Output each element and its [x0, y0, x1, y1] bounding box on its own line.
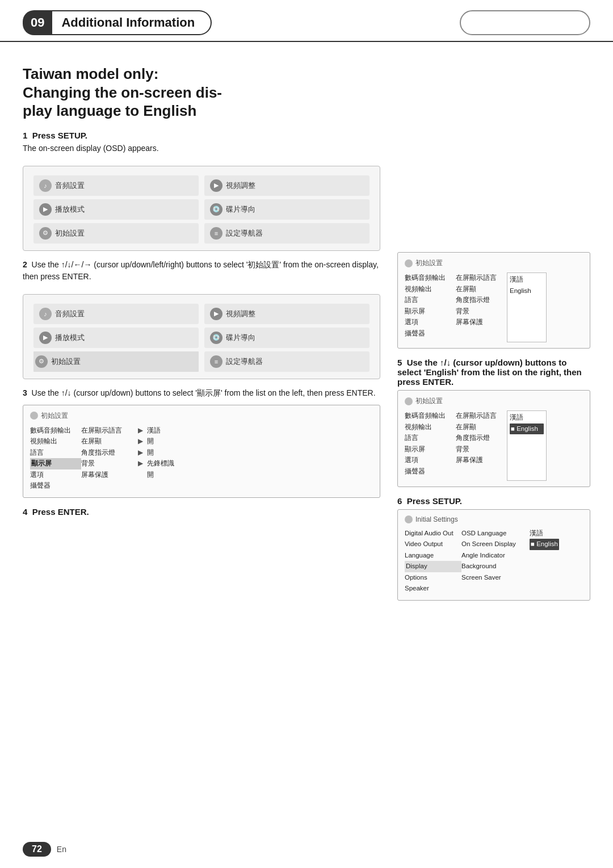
osd-right-1: 初始設置 數碼音頻輸出 視頻輸出 語言 顯示屏 選項 攝聲器 在屏顯示語言 在屏… — [397, 252, 590, 349]
setup2-icon: ⚙ — [35, 355, 48, 368]
audio2-icon: ♪ — [39, 308, 52, 320]
osd-final-icon — [405, 515, 413, 523]
audio-icon: ♪ — [39, 179, 52, 192]
osd-r2-col3: 漢語 ■ English — [507, 410, 547, 480]
osd-final-col3: 漢語 ■ English — [530, 528, 575, 594]
osd-final-col2: OSD Language On Screen Display Angle Ind… — [461, 528, 530, 594]
step-2-text: 2 Use the ↑/↓/←/→ (cursor up/down/left/r… — [23, 259, 380, 283]
osd-cell-disc: 💿 碟片導向 — [204, 199, 370, 220]
osd-right-1-title: 初始設置 — [405, 258, 583, 268]
osd-final-title: Initial Settings — [405, 515, 583, 523]
page-header: 09 Additional Information — [0, 0, 613, 42]
osd-r1-col2: 在屏顯示語言 在屏顯 角度指示燈 背景 屏幕保護 — [456, 272, 507, 342]
osd3-title-icon — [30, 412, 38, 420]
disc-icon: 💿 — [210, 203, 222, 216]
osd-screenshot-2: ♪ 音頻設置 ▶ 視頻調整 ▶ 播放模式 💿 碟片導向 — [23, 294, 380, 379]
step-1-desc: The on-screen display (OSD) appears. — [23, 142, 380, 154]
osd-right-2: 初始設置 數碼音頻輸出 視頻輸出 語言 顯示屏 選項 攝聲器 在屏顯示語言 在屏… — [397, 390, 590, 487]
osd3-title: 初始設置 — [30, 411, 373, 421]
chapter-number: 09 — [23, 10, 52, 35]
osd-cell-video: ▶ 視頻調整 — [204, 175, 370, 196]
playmode2-icon: ▶ — [39, 332, 52, 344]
section-title: Taiwan model only: Changing the on-scree… — [23, 65, 380, 120]
setup-icon: ⚙ — [39, 227, 52, 240]
osd-final: Initial Settings Digital Audio Out Video… — [397, 509, 590, 601]
osd2-cell-audio: ♪ 音頻設置 — [33, 304, 199, 324]
nav2-icon: ≡ — [210, 355, 222, 368]
osd3-col2: 在屏顯示語言 在屏顯 角度指示燈 背景 屏幕保護 — [81, 425, 138, 492]
page-footer: 72 En — [0, 842, 613, 857]
osd-cell-setup: ⚙ 初始設置 — [33, 223, 199, 244]
step-6-label: 6 Press SETUP. — [397, 496, 590, 506]
osd-right2-icon — [405, 397, 413, 405]
osd2-cell-video: ▶ 視頻調整 — [204, 304, 370, 324]
osd2-cell-playmode: ▶ 播放模式 — [33, 328, 199, 348]
left-column: Taiwan model only: Changing the on-scree… — [23, 59, 380, 610]
step-1-heading: 1 Press SETUP. — [23, 131, 380, 140]
playmode-icon: ▶ — [39, 203, 52, 216]
osd-r1-col3: 漢語 English — [507, 272, 547, 342]
video-icon: ▶ — [210, 179, 222, 192]
osd2-cell-nav: ≡ 設定導航器 — [204, 351, 370, 372]
page-number: 72 — [23, 842, 51, 857]
osd-final-col1: Digital Audio Out Video Output Language … — [405, 528, 461, 594]
osd3-col4: 漢語 開 開 先鋒標識 開 — [147, 425, 192, 492]
step-5-label: 5 Use the ↑/↓ (cursor up/down) buttons t… — [397, 358, 590, 387]
osd-cell-audio: ♪ 音頻設置 — [33, 175, 199, 196]
disc2-icon: 💿 — [210, 332, 222, 344]
osd-r2-col1: 數碼音頻輸出 視頻輸出 語言 顯示屏 選項 攝聲器 — [405, 410, 456, 480]
osd3-arrows: ▶ ▶ ▶ ▶ — [138, 425, 147, 492]
chapter-title: Additional Information — [52, 10, 212, 35]
osd-r1-col1: 數碼音頻輸出 視頻輸出 語言 顯示屏 選項 攝聲器 — [405, 272, 456, 342]
step-3: 3 Use the ↑/↓ (cursor up/down) buttons t… — [23, 387, 380, 498]
right-column: 初始設置 數碼音頻輸出 視頻輸出 語言 顯示屏 選項 攝聲器 在屏顯示語言 在屏… — [397, 59, 590, 610]
step-3-text: 3 Use the ↑/↓ (cursor up/down) buttons t… — [23, 387, 380, 399]
page-language: En — [57, 845, 66, 854]
osd-cell-playmode: ▶ 播放模式 — [33, 199, 199, 220]
step-1: 1 Press SETUP. The on-screen display (OS… — [23, 131, 380, 259]
osd-right-2-title: 初始設置 — [405, 396, 583, 406]
osd-cell-nav: ≡ 設定導航器 — [204, 223, 370, 244]
step-4-heading: 4 Press ENTER. — [23, 507, 380, 517]
right-spacer — [397, 59, 590, 252]
osd-screenshot-1: ♪ 音頻設置 ▶ 視頻調整 ▶ 播放模式 💿 碟片導向 — [23, 166, 380, 251]
osd2-cell-setup-highlighted: ⚙ 初始設置 — [33, 351, 199, 372]
video2-icon: ▶ — [210, 308, 222, 320]
osd-right1-icon — [405, 259, 413, 267]
osd-r2-col2: 在屏顯示語言 在屏顯 角度指示燈 背景 屏幕保護 — [456, 410, 507, 480]
page-body: Taiwan model only: Changing the on-scree… — [0, 42, 613, 627]
osd3-col1: 數碼音頻輸出 視頻輸出 語言 顯示屏 選項 攝聲器 — [30, 425, 81, 492]
step-2: 2 Use the ↑/↓/←/→ (cursor up/down/left/r… — [23, 259, 380, 387]
osd-screenshot-3: 初始設置 數碼音頻輸出 視頻輸出 語言 顯示屏 選項 攝聲器 在屏顯示語言 在屏… — [23, 405, 380, 498]
nav-icon: ≡ — [210, 227, 222, 240]
step-4: 4 Press ENTER. — [23, 507, 380, 517]
header-right-decoration — [460, 10, 590, 35]
osd2-cell-disc: 💿 碟片導向 — [204, 328, 370, 348]
